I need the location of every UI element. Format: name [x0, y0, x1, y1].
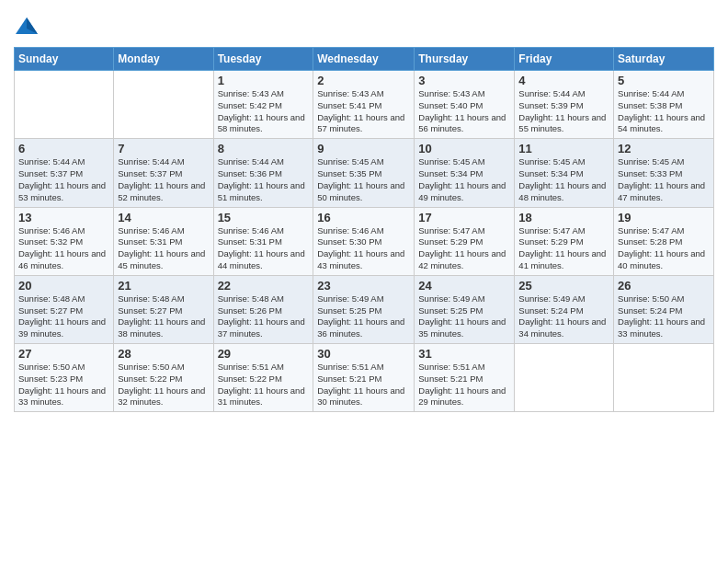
calendar-cell — [614, 344, 714, 412]
calendar-cell: 15Sunrise: 5:46 AM Sunset: 5:31 PM Dayli… — [213, 207, 313, 275]
day-number: 29 — [218, 347, 310, 361]
calendar-cell: 9Sunrise: 5:45 AM Sunset: 5:35 PM Daylig… — [313, 139, 415, 207]
day-number: 4 — [518, 74, 609, 87]
day-number: 10 — [418, 142, 510, 155]
day-detail: Sunrise: 5:46 AM Sunset: 5:31 PM Dayligh… — [118, 225, 209, 272]
calendar-cell: 13Sunrise: 5:46 AM Sunset: 5:32 PM Dayli… — [15, 207, 114, 275]
calendar-cell: 10Sunrise: 5:45 AM Sunset: 5:34 PM Dayli… — [415, 139, 515, 207]
day-detail: Sunrise: 5:47 AM Sunset: 5:29 PM Dayligh… — [418, 225, 510, 272]
calendar-cell — [114, 71, 213, 139]
day-detail: Sunrise: 5:46 AM Sunset: 5:30 PM Dayligh… — [317, 225, 410, 272]
day-number: 11 — [518, 142, 609, 155]
day-number: 22 — [218, 279, 310, 293]
day-detail: Sunrise: 5:49 AM Sunset: 5:25 PM Dayligh… — [317, 293, 410, 340]
weekday-header-tuesday: Tuesday — [213, 48, 313, 71]
week-row-2: 6Sunrise: 5:44 AM Sunset: 5:37 PM Daylig… — [15, 139, 714, 207]
day-number: 21 — [118, 279, 209, 293]
day-number: 14 — [118, 211, 209, 224]
day-number: 23 — [317, 279, 410, 293]
day-number: 13 — [18, 211, 109, 224]
day-number: 12 — [618, 142, 710, 155]
day-detail: Sunrise: 5:46 AM Sunset: 5:32 PM Dayligh… — [18, 225, 109, 272]
week-row-1: 1Sunrise: 5:43 AM Sunset: 5:42 PM Daylig… — [15, 71, 714, 139]
day-detail: Sunrise: 5:50 AM Sunset: 5:23 PM Dayligh… — [18, 362, 109, 408]
day-number: 7 — [118, 142, 209, 155]
calendar-cell: 8Sunrise: 5:44 AM Sunset: 5:36 PM Daylig… — [213, 139, 313, 207]
day-number: 18 — [518, 211, 609, 224]
logo-icon — [14, 14, 40, 40]
logo — [14, 14, 41, 40]
week-row-3: 13Sunrise: 5:46 AM Sunset: 5:32 PM Dayli… — [15, 207, 714, 275]
day-number: 16 — [317, 211, 410, 224]
page-header — [14, 9, 714, 40]
day-detail: Sunrise: 5:43 AM Sunset: 5:40 PM Dayligh… — [418, 88, 510, 135]
day-number: 26 — [618, 279, 710, 293]
day-detail: Sunrise: 5:43 AM Sunset: 5:42 PM Dayligh… — [218, 88, 310, 135]
calendar-cell: 18Sunrise: 5:47 AM Sunset: 5:29 PM Dayli… — [515, 207, 614, 275]
day-number: 6 — [18, 142, 109, 155]
calendar-cell — [15, 71, 114, 139]
calendar-cell: 6Sunrise: 5:44 AM Sunset: 5:37 PM Daylig… — [15, 139, 114, 207]
calendar-cell: 29Sunrise: 5:51 AM Sunset: 5:22 PM Dayli… — [213, 344, 313, 412]
day-detail: Sunrise: 5:49 AM Sunset: 5:24 PM Dayligh… — [518, 293, 609, 340]
weekday-header-monday: Monday — [114, 48, 213, 71]
weekday-header-sunday: Sunday — [15, 48, 114, 71]
day-number: 25 — [518, 279, 609, 293]
weekday-header-friday: Friday — [515, 48, 614, 71]
day-number: 28 — [118, 347, 209, 361]
day-detail: Sunrise: 5:44 AM Sunset: 5:39 PM Dayligh… — [518, 88, 609, 135]
calendar-cell: 28Sunrise: 5:50 AM Sunset: 5:22 PM Dayli… — [114, 344, 213, 412]
calendar-cell: 26Sunrise: 5:50 AM Sunset: 5:24 PM Dayli… — [614, 275, 714, 343]
weekday-header-wednesday: Wednesday — [313, 48, 415, 71]
weekday-header-saturday: Saturday — [614, 48, 714, 71]
calendar-cell: 5Sunrise: 5:44 AM Sunset: 5:38 PM Daylig… — [614, 71, 714, 139]
day-detail: Sunrise: 5:49 AM Sunset: 5:25 PM Dayligh… — [418, 293, 510, 340]
day-detail: Sunrise: 5:45 AM Sunset: 5:33 PM Dayligh… — [618, 156, 710, 203]
day-detail: Sunrise: 5:48 AM Sunset: 5:27 PM Dayligh… — [118, 293, 209, 340]
day-detail: Sunrise: 5:50 AM Sunset: 5:22 PM Dayligh… — [118, 362, 209, 408]
calendar-cell: 22Sunrise: 5:48 AM Sunset: 5:26 PM Dayli… — [213, 275, 313, 343]
day-number: 9 — [317, 142, 410, 155]
calendar-cell: 11Sunrise: 5:45 AM Sunset: 5:34 PM Dayli… — [515, 139, 614, 207]
day-detail: Sunrise: 5:48 AM Sunset: 5:26 PM Dayligh… — [218, 293, 310, 340]
calendar-cell: 20Sunrise: 5:48 AM Sunset: 5:27 PM Dayli… — [15, 275, 114, 343]
calendar-cell: 30Sunrise: 5:51 AM Sunset: 5:21 PM Dayli… — [313, 344, 415, 412]
calendar-cell: 23Sunrise: 5:49 AM Sunset: 5:25 PM Dayli… — [313, 275, 415, 343]
calendar-cell: 17Sunrise: 5:47 AM Sunset: 5:29 PM Dayli… — [415, 207, 515, 275]
day-number: 30 — [317, 347, 410, 361]
calendar-cell: 4Sunrise: 5:44 AM Sunset: 5:39 PM Daylig… — [515, 71, 614, 139]
calendar-cell: 24Sunrise: 5:49 AM Sunset: 5:25 PM Dayli… — [415, 275, 515, 343]
weekday-header-row: SundayMondayTuesdayWednesdayThursdayFrid… — [15, 48, 714, 71]
day-detail: Sunrise: 5:45 AM Sunset: 5:34 PM Dayligh… — [418, 156, 510, 203]
day-number: 1 — [218, 74, 310, 87]
calendar-cell: 12Sunrise: 5:45 AM Sunset: 5:33 PM Dayli… — [614, 139, 714, 207]
calendar-cell: 1Sunrise: 5:43 AM Sunset: 5:42 PM Daylig… — [213, 71, 313, 139]
day-detail: Sunrise: 5:44 AM Sunset: 5:38 PM Dayligh… — [618, 88, 710, 135]
calendar-cell: 21Sunrise: 5:48 AM Sunset: 5:27 PM Dayli… — [114, 275, 213, 343]
day-number: 20 — [18, 279, 109, 293]
calendar: SundayMondayTuesdayWednesdayThursdayFrid… — [14, 47, 714, 412]
day-number: 3 — [418, 74, 510, 87]
day-number: 31 — [418, 347, 510, 361]
calendar-cell: 27Sunrise: 5:50 AM Sunset: 5:23 PM Dayli… — [15, 344, 114, 412]
day-number: 8 — [218, 142, 310, 155]
calendar-cell: 2Sunrise: 5:43 AM Sunset: 5:41 PM Daylig… — [313, 71, 415, 139]
day-number: 17 — [418, 211, 510, 224]
day-detail: Sunrise: 5:45 AM Sunset: 5:34 PM Dayligh… — [518, 156, 609, 203]
calendar-cell: 3Sunrise: 5:43 AM Sunset: 5:40 PM Daylig… — [415, 71, 515, 139]
calendar-cell: 25Sunrise: 5:49 AM Sunset: 5:24 PM Dayli… — [515, 275, 614, 343]
day-number: 15 — [218, 211, 310, 224]
day-detail: Sunrise: 5:51 AM Sunset: 5:22 PM Dayligh… — [218, 362, 310, 408]
calendar-cell: 16Sunrise: 5:46 AM Sunset: 5:30 PM Dayli… — [313, 207, 415, 275]
day-detail: Sunrise: 5:43 AM Sunset: 5:41 PM Dayligh… — [317, 88, 410, 135]
day-number: 19 — [618, 211, 710, 224]
day-number: 24 — [418, 279, 510, 293]
calendar-cell: 31Sunrise: 5:51 AM Sunset: 5:21 PM Dayli… — [415, 344, 515, 412]
day-detail: Sunrise: 5:47 AM Sunset: 5:28 PM Dayligh… — [618, 225, 710, 272]
day-detail: Sunrise: 5:51 AM Sunset: 5:21 PM Dayligh… — [418, 362, 510, 408]
weekday-header-thursday: Thursday — [415, 48, 515, 71]
week-row-4: 20Sunrise: 5:48 AM Sunset: 5:27 PM Dayli… — [15, 275, 714, 343]
day-detail: Sunrise: 5:44 AM Sunset: 5:37 PM Dayligh… — [118, 156, 209, 203]
calendar-cell: 14Sunrise: 5:46 AM Sunset: 5:31 PM Dayli… — [114, 207, 213, 275]
day-detail: Sunrise: 5:44 AM Sunset: 5:36 PM Dayligh… — [218, 156, 310, 203]
